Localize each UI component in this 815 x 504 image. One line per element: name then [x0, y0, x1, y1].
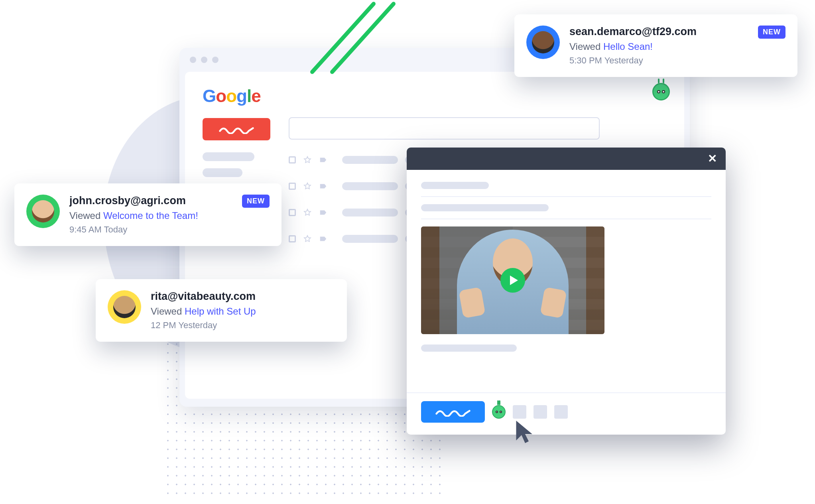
new-badge: NEW [758, 26, 785, 39]
label-icon[interactable] [319, 208, 328, 217]
avatar [108, 290, 141, 324]
label-icon[interactable] [319, 234, 328, 243]
sender-placeholder [342, 209, 398, 217]
decorative-slashes [295, 36, 399, 100]
sender-placeholder [342, 235, 398, 243]
to-field-placeholder[interactable] [421, 182, 489, 189]
play-icon[interactable] [500, 268, 525, 293]
checkbox[interactable] [289, 156, 296, 163]
close-icon[interactable]: ✕ [708, 153, 717, 164]
vidyard-extension-icon[interactable] [652, 83, 670, 100]
star-icon[interactable] [303, 156, 312, 164]
sidebar-item-placeholder [203, 168, 242, 177]
sidebar-item-placeholder [203, 152, 254, 161]
star-icon[interactable] [303, 234, 312, 243]
subject-field-placeholder[interactable] [421, 204, 549, 211]
scribble-icon [219, 124, 254, 134]
avatar [26, 195, 60, 228]
toolbar-button-placeholder[interactable] [533, 405, 547, 419]
notification-time: 5:30 PM Yesterday [569, 55, 748, 66]
action-word: Viewed [69, 210, 100, 221]
sender-placeholder [342, 182, 398, 190]
notification-action-line: Viewed Hello Sean! [569, 41, 748, 52]
notification-time: 9:45 AM Today [69, 224, 232, 235]
notification-card[interactable]: john.crosby@agri.com Viewed Welcome to t… [14, 183, 282, 246]
notification-subject-link[interactable]: Welcome to the Team! [103, 210, 198, 221]
send-button[interactable] [421, 401, 485, 423]
star-icon[interactable] [303, 208, 312, 217]
label-icon[interactable] [319, 156, 328, 164]
scribble-icon [435, 407, 471, 417]
notification-subject-link[interactable]: Hello Sean! [603, 41, 653, 52]
compose-body [407, 170, 726, 392]
notification-email: rita@vitabeauty.com [151, 290, 335, 303]
sender-placeholder [342, 156, 398, 164]
notification-subject-link[interactable]: Help with Set Up [185, 306, 256, 317]
compose-window: ✕ [407, 148, 726, 435]
compose-button[interactable] [203, 118, 270, 140]
label-icon[interactable] [319, 182, 328, 191]
google-logo: Google [203, 86, 667, 106]
notification-email: sean.demarco@tf29.com [569, 26, 748, 38]
checkbox[interactable] [289, 183, 296, 190]
star-icon[interactable] [303, 182, 312, 191]
compose-header: ✕ [407, 148, 726, 170]
notification-email: john.crosby@agri.com [69, 195, 232, 207]
toolbar-button-placeholder[interactable] [513, 405, 526, 419]
notification-action-line: Viewed Help with Set Up [151, 306, 335, 317]
checkbox[interactable] [289, 235, 296, 242]
action-word: Viewed [569, 41, 600, 52]
divider [421, 196, 711, 197]
video-thumbnail[interactable] [421, 226, 604, 334]
notification-action-line: Viewed Welcome to the Team! [69, 210, 232, 221]
action-word: Viewed [151, 306, 182, 317]
notification-card[interactable]: sean.demarco@tf29.com Viewed Hello Sean!… [514, 14, 797, 77]
traffic-dot[interactable] [190, 57, 196, 63]
avatar [526, 26, 560, 59]
checkbox[interactable] [289, 209, 296, 216]
search-input[interactable] [289, 117, 600, 140]
notification-card[interactable]: rita@vitabeauty.com Viewed Help with Set… [96, 279, 347, 342]
traffic-dot[interactable] [212, 57, 219, 63]
vidyard-insert-icon[interactable] [492, 405, 506, 419]
divider [421, 219, 711, 219]
compose-toolbar [407, 392, 726, 435]
toolbar-button-placeholder[interactable] [554, 405, 568, 419]
body-text-placeholder [421, 345, 517, 352]
traffic-dot[interactable] [201, 57, 207, 63]
new-badge: NEW [242, 195, 270, 208]
notification-time: 12 PM Yesterday [151, 320, 335, 331]
cursor-icon [514, 419, 536, 444]
